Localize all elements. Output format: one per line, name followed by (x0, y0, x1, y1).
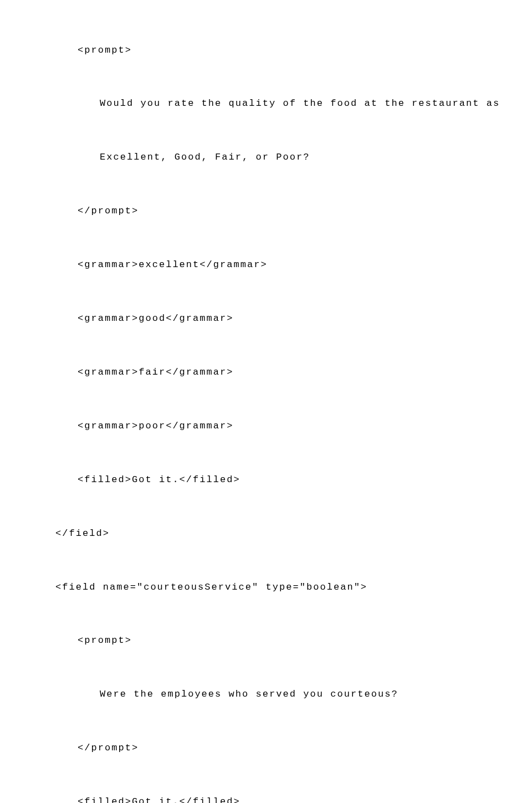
code-line: </field> (33, 525, 499, 543)
code-line: </prompt> (33, 739, 499, 757)
code-line: <prompt> (33, 42, 499, 59)
code-line: <filled>Got it.</filled> (33, 471, 499, 489)
code-line: Were the employees who served you courte… (33, 686, 499, 703)
code-block: <prompt> Would you rate the quality of t… (33, 6, 499, 803)
code-line: <prompt> (33, 632, 499, 649)
code-line: Excellent, Good, Fair, or Poor? (33, 149, 499, 166)
code-line: <grammar>excellent</grammar> (33, 256, 499, 274)
code-line: <filled>Got it.</filled> (33, 793, 499, 803)
code-line: <grammar>fair</grammar> (33, 364, 499, 381)
document-page: <prompt> Would you rate the quality of t… (0, 0, 532, 803)
code-line: </prompt> (33, 202, 499, 220)
code-line: <field name="courteousService" type="boo… (33, 579, 499, 596)
code-line: <grammar>good</grammar> (33, 310, 499, 328)
code-line: <grammar>poor</grammar> (33, 417, 499, 435)
code-line: Would you rate the quality of the food a… (33, 95, 499, 112)
